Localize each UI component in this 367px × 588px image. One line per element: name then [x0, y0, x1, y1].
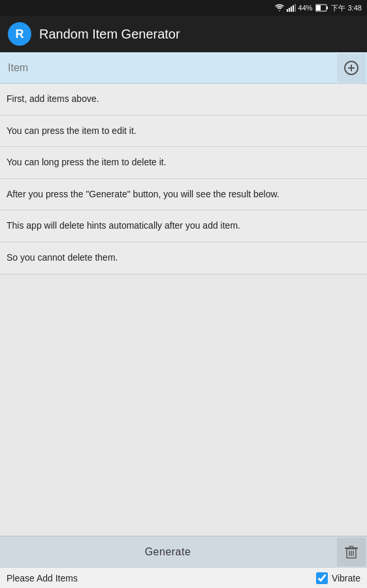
svg-rect-2: [291, 7, 292, 12]
svg-rect-3: [293, 5, 294, 12]
bottom-bar: Generate Please Add Items Vibrate: [0, 536, 367, 588]
vibrate-checkbox[interactable]: [316, 572, 328, 584]
item-input[interactable]: [0, 52, 336, 83]
signal-icon: [287, 4, 296, 12]
hint-list: First, add items above.You can press the…: [0, 84, 367, 274]
time-label: 下午: [331, 3, 345, 13]
vibrate-row: Vibrate: [316, 572, 360, 584]
status-row: Please Add Items Vibrate: [0, 567, 367, 588]
input-row: [0, 52, 367, 84]
trash-button[interactable]: [337, 538, 366, 566]
svg-rect-6: [316, 5, 321, 10]
battery-icon: [315, 4, 328, 12]
status-label: Please Add Items: [7, 573, 78, 583]
add-icon: [343, 60, 359, 76]
status-icons: 44% 下午 3:48: [275, 3, 362, 13]
status-bar: 44% 下午 3:48: [0, 0, 367, 16]
time-value: 3:48: [348, 4, 362, 12]
generate-button[interactable]: Generate: [0, 536, 336, 567]
vibrate-label: Vibrate: [332, 573, 360, 583]
svg-rect-0: [287, 9, 288, 12]
app-bar: R Random Item Generator: [0, 16, 367, 52]
svg-rect-1: [289, 8, 290, 12]
hint-item: First, add items above.: [0, 84, 367, 116]
battery-text: 44%: [298, 4, 313, 12]
wifi-icon: [275, 4, 284, 12]
app-icon: R: [8, 22, 31, 46]
add-button[interactable]: [337, 54, 366, 82]
app-icon-letter: R: [16, 27, 24, 41]
hint-item: After you press the "Generate" button, y…: [0, 179, 367, 211]
trash-icon: [344, 544, 359, 560]
svg-rect-4: [295, 4, 296, 12]
app-title: Random Item Generator: [39, 27, 180, 42]
generate-row: Generate: [0, 536, 367, 567]
svg-rect-7: [327, 7, 328, 9]
hint-item: This app will delete hints automatically…: [0, 210, 367, 242]
hint-item: So you cannot delete them.: [0, 242, 367, 274]
hint-item: You can press the item to edit it.: [0, 116, 367, 148]
hint-item: You can long press the item to delete it…: [0, 147, 367, 179]
